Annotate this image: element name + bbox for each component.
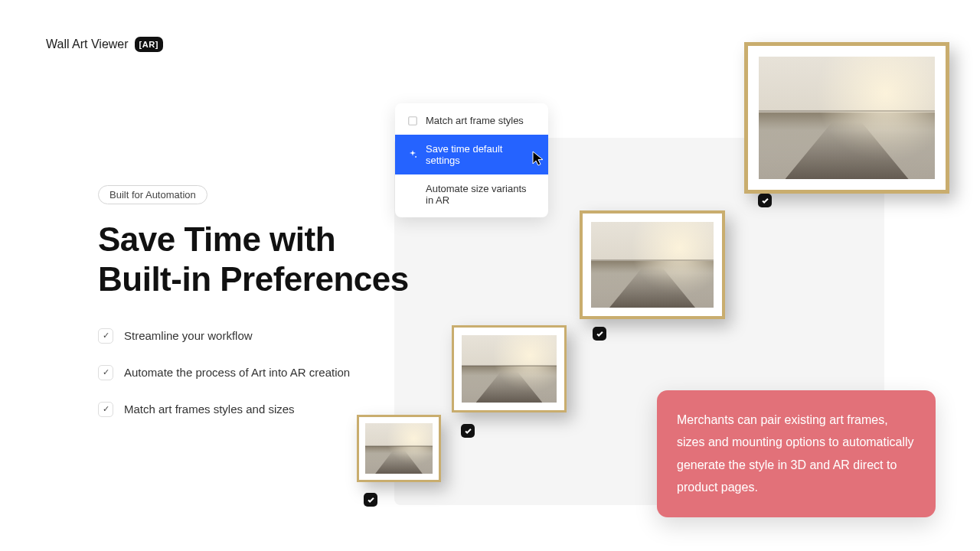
- bullet-item: ✓ Automate the process of Art into AR cr…: [98, 365, 427, 380]
- check-icon: ✓: [98, 328, 113, 344]
- menu-item-automate-variants[interactable]: Automate size variants in AR: [395, 174, 548, 214]
- check-icon: ✓: [98, 365, 113, 380]
- frame-check-icon: [758, 194, 772, 207]
- hero-pill: Built for Automation: [98, 185, 207, 204]
- art-image: [462, 335, 557, 403]
- cursor-icon: [532, 151, 546, 169]
- menu-item-label: Match art frame styles: [426, 115, 524, 126]
- page-title: Save Time with Built-in Preferences: [98, 220, 427, 299]
- bullet-list: ✓ Streamline your workflow ✓ Automate th…: [98, 328, 427, 417]
- check-icon: ✓: [98, 402, 113, 417]
- frame-check-icon: [461, 424, 475, 438]
- bullet-text: Match art frames styles and sizes: [124, 403, 295, 416]
- heading-line-1: Save Time with: [98, 220, 335, 258]
- logo-text: Wall Art Viewer: [46, 37, 129, 51]
- art-image: [759, 57, 935, 179]
- app-logo: Wall Art Viewer [AR]: [46, 37, 163, 52]
- art-frame-large: [744, 42, 949, 194]
- frame-icon: [407, 116, 418, 126]
- marketing-callout: Merchants can pair existing art frames, …: [657, 390, 936, 517]
- menu-item-label: Automate size variants in AR: [426, 183, 536, 206]
- frame-check-icon: [364, 493, 377, 507]
- blank-icon: [407, 189, 418, 200]
- svg-point-1: [415, 156, 416, 158]
- sparkle-icon: [407, 149, 418, 160]
- settings-menu[interactable]: Match art frame styles Save time default…: [395, 103, 548, 217]
- menu-item-default-settings[interactable]: Save time default settings: [395, 135, 548, 174]
- art-image: [591, 222, 714, 308]
- heading-line-2: Built-in Preferences: [98, 260, 409, 298]
- bullet-item: ✓ Streamline your workflow: [98, 328, 427, 344]
- menu-item-match-frame[interactable]: Match art frame styles: [395, 106, 548, 135]
- bullet-text: Automate the process of Art into AR crea…: [124, 366, 350, 379]
- svg-rect-0: [409, 116, 417, 125]
- frame-check-icon: [593, 327, 606, 341]
- hero-section: Built for Automation Save Time with Buil…: [98, 185, 427, 439]
- bullet-text: Streamline your workflow: [124, 329, 253, 342]
- logo-ar-badge: [AR]: [135, 37, 163, 52]
- bullet-item: ✓ Match art frames styles and sizes: [98, 402, 427, 417]
- menu-item-label: Save time default settings: [426, 143, 536, 166]
- art-frame-small: [452, 325, 567, 412]
- art-frame-medium: [580, 210, 725, 319]
